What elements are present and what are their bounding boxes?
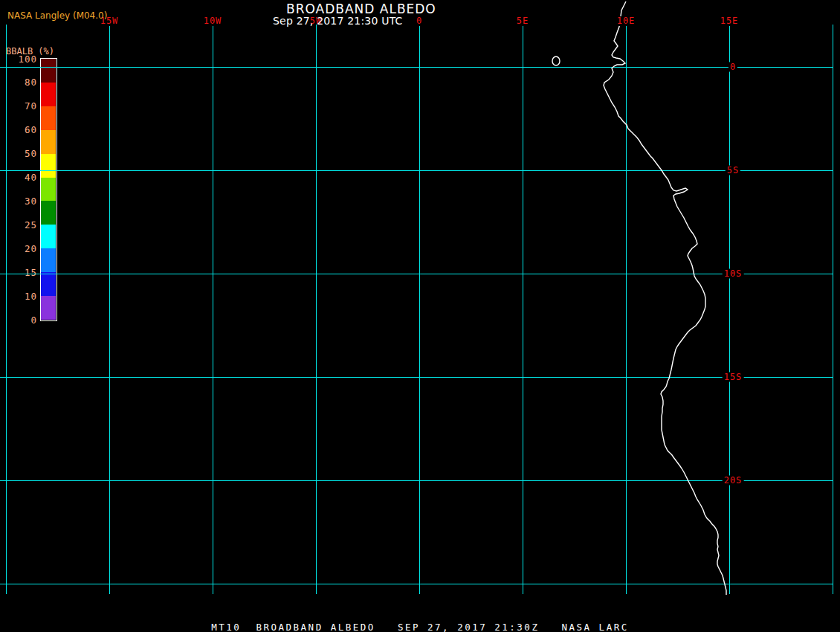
grid-vline xyxy=(109,25,110,594)
lon-label-10E: 10E xyxy=(616,16,637,26)
colorbar-tick: 0 xyxy=(4,315,37,325)
grid-vline xyxy=(6,25,7,594)
grid-vline xyxy=(213,25,213,594)
grid-hline xyxy=(0,274,833,274)
grid-hline xyxy=(0,480,833,481)
colorbar-tick: 60 xyxy=(4,125,37,135)
colorbar-border xyxy=(40,58,57,321)
colorbar-title: BBALB (%) xyxy=(6,46,54,57)
grid-vline xyxy=(419,25,420,594)
grid-hline xyxy=(0,377,833,378)
lat-label-0: 0 xyxy=(728,62,737,72)
grid-vline xyxy=(833,25,833,594)
credit-label: NASA Langley (M04.0) xyxy=(7,10,107,21)
lat-label-10S: 10S xyxy=(723,269,744,279)
lat-label-20S: 20S xyxy=(723,476,744,486)
colorbar-tick: 70 xyxy=(4,101,37,111)
island-outline xyxy=(552,57,560,65)
lat-label-15S: 15S xyxy=(723,373,744,382)
colorbar-tick: 40 xyxy=(4,172,37,182)
grid-vline xyxy=(523,25,523,594)
colorbar-tick: 25 xyxy=(4,220,37,230)
colorbar-tick: 10 xyxy=(4,291,37,301)
lat-label-5S: 5S xyxy=(726,166,740,175)
colorbar-tick: 30 xyxy=(4,196,37,206)
albedo-map-screen: BROADBAND ALBEDO Sep 27, 2017 21:30 UTC … xyxy=(0,0,840,632)
africa-coastline xyxy=(604,1,726,595)
colorbar-tick: 50 xyxy=(4,149,37,158)
footer-caption: MT10 BROADBAND ALBEDO SEP 27, 2017 21:30… xyxy=(0,622,840,632)
lon-label-5E: 5E xyxy=(515,16,530,26)
coastline-map xyxy=(0,0,840,632)
colorbar-tick: 80 xyxy=(4,77,37,87)
lon-label-0: 0 xyxy=(415,16,424,26)
lon-label-15E: 15E xyxy=(719,16,740,26)
colorbar-tick: 20 xyxy=(4,244,37,254)
grid-hline xyxy=(0,584,833,584)
grid-hline xyxy=(0,170,833,171)
lon-label-10W: 10W xyxy=(202,16,224,26)
grid-hline xyxy=(0,67,833,68)
grid-vline xyxy=(316,25,317,594)
colorbar-tick: 15 xyxy=(4,268,37,277)
header-datetime: Sep 27, 2017 21:30 UTC xyxy=(273,15,403,27)
grid-vline xyxy=(729,25,730,594)
page-title: BROADBAND ALBEDO xyxy=(286,1,436,16)
grid-vline xyxy=(626,25,627,594)
